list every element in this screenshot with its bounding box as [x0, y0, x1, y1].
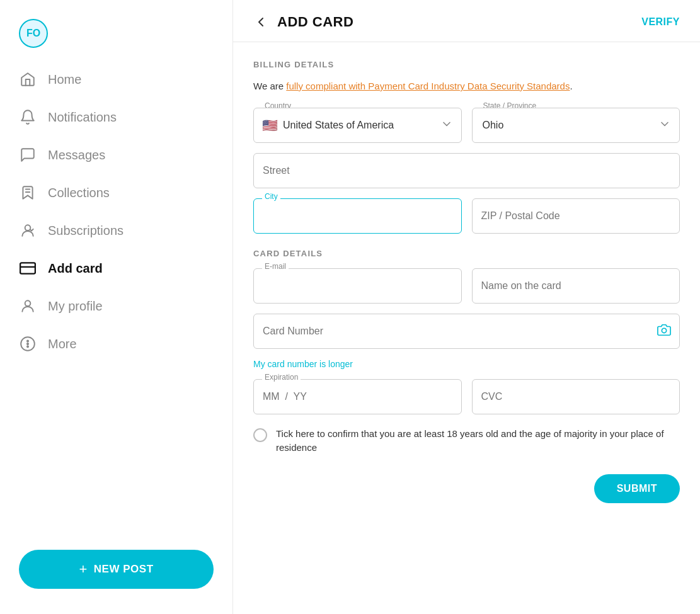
- expiration-group: Expiration: [253, 379, 462, 414]
- svg-point-8: [662, 328, 666, 333]
- compliance-text-after: .: [570, 81, 572, 91]
- header-left: ADD CARD: [253, 14, 353, 30]
- country-state-row: Country 🇺🇸 United States of America Stat…: [253, 108, 680, 143]
- name-on-card-group: [472, 268, 680, 304]
- sidebar-item-collections[interactable]: Collections: [0, 174, 232, 212]
- svg-point-0: [25, 225, 31, 230]
- zip-group: [472, 198, 680, 234]
- city-input[interactable]: [253, 198, 462, 234]
- email-input[interactable]: [253, 268, 462, 304]
- sidebar-item-add-card[interactable]: Add card: [0, 249, 232, 287]
- more-icon: [19, 335, 37, 353]
- street-row: [253, 153, 680, 188]
- main-content: ADD CARD VERIFY BILLING DETAILS We are f…: [233, 0, 700, 614]
- age-confirm-row: Tick here to confirm that you are at lea…: [253, 427, 680, 455]
- sidebar-item-subscriptions[interactable]: Subscriptions: [0, 212, 232, 249]
- email-group: E-mail: [253, 268, 462, 304]
- zip-input[interactable]: [472, 198, 680, 234]
- sidebar-item-label: Subscriptions: [48, 224, 123, 238]
- message-icon: [19, 146, 37, 164]
- svg-point-6: [27, 343, 28, 344]
- country-select-wrapper: 🇺🇸 United States of America: [253, 108, 462, 143]
- page-header: ADD CARD VERIFY: [233, 0, 700, 42]
- country-select[interactable]: United States of America: [253, 108, 462, 143]
- sidebar-item-label: Messages: [48, 148, 105, 162]
- sidebar: FO Home Notifications Messages: [0, 0, 233, 614]
- submit-button[interactable]: SUBMIT: [594, 474, 680, 503]
- svg-point-5: [27, 341, 28, 342]
- sidebar-nav: Home Notifications Messages Collections: [0, 60, 232, 537]
- compliance-highlight: fully compliant with Payment Card Indust…: [286, 81, 570, 91]
- home-icon: [19, 71, 37, 88]
- svg-point-7: [27, 346, 28, 347]
- city-zip-row: City: [253, 198, 680, 234]
- country-group: Country 🇺🇸 United States of America: [253, 108, 462, 143]
- age-confirm-radio[interactable]: [253, 428, 267, 442]
- billing-section-label: BILLING DETAILS: [253, 60, 680, 69]
- sidebar-item-label: Home: [48, 72, 81, 87]
- new-post-label: NEW POST: [94, 563, 154, 576]
- sidebar-item-label: More: [48, 337, 77, 351]
- city-group: City: [253, 198, 462, 234]
- expiration-cvc-row: Expiration: [253, 379, 680, 414]
- back-button[interactable]: [253, 14, 268, 30]
- camera-icon[interactable]: [657, 323, 671, 339]
- card-number-row: [253, 314, 680, 349]
- card-section-label: CARD DETAILS: [253, 249, 680, 258]
- state-group: State / Province Ohio: [472, 108, 680, 143]
- form-area: BILLING DETAILS We are fully compliant w…: [233, 42, 700, 528]
- sidebar-item-notifications[interactable]: Notifications: [0, 98, 232, 136]
- sidebar-item-label: Add card: [48, 261, 103, 276]
- street-input[interactable]: [253, 153, 680, 188]
- credit-card-icon: [19, 259, 37, 277]
- bell-icon: [19, 108, 37, 126]
- card-number-group: [253, 314, 680, 349]
- new-post-button[interactable]: + NEW POST: [19, 550, 214, 589]
- plus-icon: +: [79, 561, 87, 577]
- state-select[interactable]: Ohio: [472, 108, 680, 143]
- sidebar-item-label: Notifications: [48, 110, 117, 125]
- street-group: [253, 153, 680, 188]
- sidebar-item-home[interactable]: Home: [0, 60, 232, 98]
- cvc-group: [472, 379, 680, 414]
- page-title: ADD CARD: [277, 14, 353, 30]
- sidebar-item-messages[interactable]: Messages: [0, 136, 232, 174]
- email-name-row: E-mail: [253, 268, 680, 304]
- avatar[interactable]: FO: [19, 19, 48, 48]
- card-longer-link[interactable]: My card number is longer: [253, 359, 680, 369]
- sidebar-item-label: My profile: [48, 299, 103, 314]
- age-confirm-text: Tick here to confirm that you are at lea…: [276, 427, 680, 455]
- sidebar-item-my-profile[interactable]: My profile: [0, 287, 232, 325]
- card-section: CARD DETAILS E-mail: [253, 249, 680, 503]
- collections-icon: [19, 184, 37, 202]
- expiration-input[interactable]: [253, 379, 462, 414]
- profile-icon: [19, 297, 37, 315]
- svg-point-3: [25, 300, 31, 306]
- name-on-card-input[interactable]: [472, 268, 680, 304]
- verify-button[interactable]: VERIFY: [641, 16, 680, 28]
- state-select-wrapper: Ohio: [472, 108, 680, 143]
- submit-row: SUBMIT: [253, 474, 680, 503]
- subscriptions-icon: [19, 222, 37, 239]
- compliance-text: We are fully compliant with Payment Card…: [253, 79, 680, 94]
- compliance-text-before: We are: [253, 81, 286, 91]
- sidebar-item-label: Collections: [48, 186, 110, 200]
- sidebar-item-more[interactable]: More: [0, 325, 232, 363]
- cvc-input[interactable]: [472, 379, 680, 414]
- card-number-input[interactable]: [253, 314, 680, 349]
- svg-rect-1: [20, 263, 35, 273]
